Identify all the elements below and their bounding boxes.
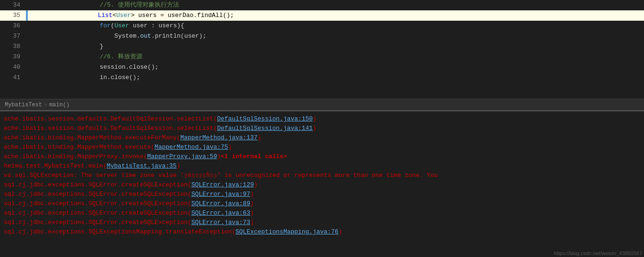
line-number-39: 39 <box>0 52 26 62</box>
watermark: https://blog.csdn.net/weixin_43860567 <box>554 250 642 256</box>
console-line-7: va.sql.SQLException: The server time zon… <box>0 171 644 180</box>
watermark-text: https://blog.csdn.net/weixin_43860567 <box>554 250 642 256</box>
console-suffix-6: ) <box>177 161 181 171</box>
line-content-41: in.close(); <box>28 72 140 83</box>
console-bold-5: <1 internal calls> <box>221 152 287 161</box>
console-link-13[interactable]: SQLExceptionsMapping.java:76 <box>235 227 338 237</box>
code-editor: 34 //5. 使用代理对象执行方法 35 List<User> users =… <box>0 0 644 99</box>
line-number-40: 40 <box>0 62 26 72</box>
console-text-12: sql.cj.jdbc.exceptions.SQLError.createSQ… <box>4 218 191 227</box>
console-line-3: ache.ibatis.binding.MapperMethod.execute… <box>0 133 644 143</box>
line-content-36: for(User user : users){ <box>28 21 184 31</box>
breadcrumb-class[interactable]: MybatisTest <box>5 102 42 108</box>
breadcrumb-separator: › <box>44 102 47 108</box>
console-text-2: ache.ibatis.session.defaults.DefaultSqlS… <box>4 124 217 133</box>
console-link-12[interactable]: SQLError.java:73 <box>191 218 250 227</box>
console-text-9: sql.cj.jdbc.exceptions.SQLError.createSQ… <box>4 190 191 199</box>
line-number-38: 38 <box>0 41 26 52</box>
line-number-34: 34 <box>0 0 26 10</box>
console-suffix-1: ) <box>313 114 316 124</box>
code-line-37: 37 System.out.println(user); <box>0 31 644 41</box>
console-line-4: ache.ibatis.binding.MapperMethod.execute… <box>0 143 644 152</box>
code-line-39: 39 //6. 释放资源 <box>0 52 644 62</box>
line-content-39: //6. 释放资源 <box>28 52 142 62</box>
console-text-6: heima.test.MybatisTest.main( <box>4 161 107 171</box>
console-link-10[interactable]: SQLError.java:89 <box>191 199 250 209</box>
console-text-1: ache.ibatis.session.defaults.DefaultSqlS… <box>4 114 217 124</box>
console-link-6[interactable]: MybatisTest.java:35 <box>107 161 176 171</box>
console-text-13: sql.cj.jdbc.exceptions.SQLExceptionsMapp… <box>4 227 235 237</box>
console-text-8: sql.cj.jdbc.exceptions.SQLError.createSQ… <box>4 180 191 190</box>
breadcrumb-method[interactable]: main() <box>49 102 69 108</box>
console-suffix-8: ) <box>254 180 258 190</box>
line-content-38: } <box>28 41 103 52</box>
console-text-3: ache.ibatis.binding.MapperMethod.execute… <box>4 133 180 143</box>
console-line-6: heima.test.MybatisTest.main(MybatisTest.… <box>0 161 644 171</box>
console-link-9[interactable]: SQLError.java:97 <box>191 190 250 199</box>
code-line-38: 38 } <box>0 41 644 52</box>
console-link-3[interactable]: MapperMethod.java:137 <box>180 133 257 143</box>
console-line-2: ache.ibatis.session.defaults.DefaultSqlS… <box>0 124 644 133</box>
console-link-8[interactable]: SQLError.java:129 <box>191 180 254 190</box>
line-number-36: 36 <box>0 21 26 31</box>
console-link-1[interactable]: DefaultSqlSession.java:150 <box>217 114 313 124</box>
console-line-9: sql.cj.jdbc.exceptions.SQLError.createSQ… <box>0 190 644 199</box>
line-content-35: List<User> users = userDao.findAll(); <box>28 10 234 21</box>
line-number-35: 35 <box>0 10 26 21</box>
console-link-4[interactable]: MapperMethod.java:75 <box>155 143 228 152</box>
console-link-5[interactable]: MapperProxy.java:59 <box>147 152 217 161</box>
console-line-13: sql.cj.jdbc.exceptions.SQLExceptionsMapp… <box>0 227 644 237</box>
code-lines: 34 //5. 使用代理对象执行方法 35 List<User> users =… <box>0 0 644 83</box>
console-line-10: sql.cj.jdbc.exceptions.SQLError.createSQ… <box>0 199 644 209</box>
line-content-37: System.out.println(user); <box>28 31 206 41</box>
line-content-34: //5. 使用代理对象执行方法 <box>28 0 179 10</box>
comment-34: //5. 使用代理对象执行方法 <box>70 1 179 8</box>
console-suffix-4: ) <box>228 143 232 152</box>
console-text-7: va.sql.SQLException: The server time zon… <box>4 171 438 180</box>
console-text-11: sql.cj.jdbc.exceptions.SQLError.createSQ… <box>4 209 191 218</box>
console-panel: ache.ibatis.session.defaults.DefaultSqlS… <box>0 111 644 257</box>
breadcrumb-bar: MybatisTest › main() <box>0 99 644 111</box>
console-suffix-9: ) <box>250 190 254 199</box>
console-text-5: ache.ibatis.binding.MapperProxy.invoke( <box>4 152 147 161</box>
line-number-41: 41 <box>0 72 26 83</box>
console-text-4: ache.ibatis.binding.MapperMethod.execute… <box>4 143 155 152</box>
console-suffix-5: ) <box>217 152 221 161</box>
code-line-36: 36 for(User user : users){ <box>0 21 644 31</box>
console-text-10: sql.cj.jdbc.exceptions.SQLError.createSQ… <box>4 199 191 209</box>
console-line-1: ache.ibatis.session.defaults.DefaultSqlS… <box>0 114 644 124</box>
line-number-37: 37 <box>0 31 26 41</box>
console-line-12: sql.cj.jdbc.exceptions.SQLError.createSQ… <box>0 218 644 227</box>
code-line-34: 34 //5. 使用代理对象执行方法 <box>0 0 644 10</box>
console-line-5: ache.ibatis.binding.MapperProxy.invoke(M… <box>0 152 644 161</box>
console-line-8: sql.cj.jdbc.exceptions.SQLError.createSQ… <box>0 180 644 190</box>
console-link-2[interactable]: DefaultSqlSession.java:141 <box>217 124 313 133</box>
code-line-41: 41 in.close(); <box>0 72 644 83</box>
console-suffix-2: ) <box>313 124 316 133</box>
console-suffix-11: ) <box>250 209 254 218</box>
console-suffix-3: ) <box>257 133 261 143</box>
code-line-40: 40 session.close(); <box>0 62 644 72</box>
console-line-11: sql.cj.jdbc.exceptions.SQLError.createSQ… <box>0 209 644 218</box>
console-suffix-10: ) <box>250 199 254 209</box>
line-content-40: session.close(); <box>28 62 158 72</box>
console-link-11[interactable]: SQLError.java:63 <box>191 209 250 218</box>
console-suffix-13: ) <box>339 227 342 237</box>
code-line-35: 35 List<User> users = userDao.findAll(); <box>0 10 644 21</box>
console-suffix-12: ) <box>250 218 254 227</box>
